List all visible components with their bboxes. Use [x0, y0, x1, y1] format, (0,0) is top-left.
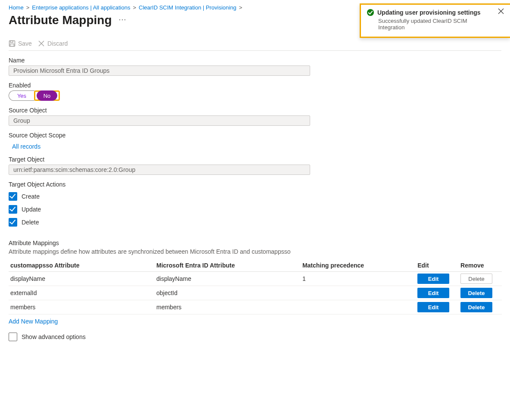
- source-scope-link[interactable]: All records: [12, 143, 40, 150]
- cell-entra: members: [155, 300, 301, 314]
- table-row: externalIdobjectIdEditDelete: [9, 286, 502, 300]
- delete-button[interactable]: Delete: [460, 288, 492, 298]
- mappings-section-title: Attribute Mappings: [9, 240, 501, 246]
- add-new-mapping-link[interactable]: Add New Mapping: [9, 318, 58, 325]
- breadcrumb-home[interactable]: Home: [9, 4, 24, 11]
- toast-subtitle: Successfully updated ClearID SCIM Integr…: [378, 18, 494, 31]
- chevron-right-icon: >: [239, 4, 243, 11]
- target-object-label: Target Object: [9, 156, 501, 163]
- cell-entra: objectId: [155, 286, 301, 300]
- create-checkbox[interactable]: [9, 192, 17, 201]
- discard-button[interactable]: Discard: [38, 40, 68, 47]
- delete-checkbox-label: Delete: [22, 219, 39, 226]
- cell-precedence: [301, 286, 416, 300]
- edit-button[interactable]: Edit: [417, 302, 449, 312]
- breadcrumb-item-apps[interactable]: Enterprise applications | All applicatio…: [32, 4, 130, 11]
- delete-button[interactable]: Delete: [460, 302, 492, 312]
- more-actions-button[interactable]: ...: [119, 13, 127, 22]
- save-label: Save: [18, 40, 32, 47]
- delete-checkbox[interactable]: [9, 218, 17, 227]
- notification-toast: Updating user provisioning settings Succ…: [360, 3, 510, 38]
- save-icon: [9, 40, 16, 47]
- show-advanced-checkbox[interactable]: [9, 333, 17, 341]
- save-button[interactable]: Save: [9, 40, 32, 47]
- target-object-input[interactable]: [9, 165, 310, 175]
- edit-button[interactable]: Edit: [417, 288, 449, 298]
- cell-precedence: 1: [301, 272, 416, 286]
- enabled-no-toggle[interactable]: No: [37, 90, 57, 101]
- delete-button: Delete: [460, 274, 492, 284]
- toolbar: Save Discard: [9, 40, 501, 51]
- name-input[interactable]: [9, 65, 310, 76]
- source-object-input[interactable]: [9, 115, 310, 126]
- cell-precedence: [301, 300, 416, 314]
- cell-customappsso: externalId: [9, 286, 155, 300]
- cell-entra: displayName: [155, 272, 301, 286]
- success-icon: [367, 9, 374, 16]
- target-actions-label: Target Object Actions: [9, 181, 501, 188]
- svg-rect-2: [10, 44, 14, 47]
- toast-close-button[interactable]: [498, 8, 504, 16]
- source-scope-label: Source Object Scope: [9, 132, 501, 139]
- svg-rect-1: [10, 41, 13, 43]
- update-checkbox[interactable]: [9, 205, 17, 214]
- discard-label: Discard: [47, 40, 68, 47]
- source-object-label: Source Object: [9, 107, 501, 114]
- edit-button[interactable]: Edit: [417, 274, 449, 284]
- table-row: membersmembersEditDelete: [9, 300, 502, 314]
- cell-customappsso: members: [9, 300, 155, 314]
- chevron-right-icon: >: [133, 4, 136, 11]
- th-entra: Microsoft Entra ID Attribute: [155, 259, 301, 272]
- create-checkbox-label: Create: [22, 193, 40, 200]
- name-label: Name: [9, 57, 501, 64]
- enabled-yes-toggle[interactable]: Yes: [9, 90, 34, 101]
- th-precedence: Matching precedence: [301, 259, 416, 272]
- th-customappsso: customappsso Attribute: [9, 259, 155, 272]
- update-checkbox-label: Update: [22, 206, 41, 213]
- breadcrumb-item-provisioning[interactable]: ClearID SCIM Integration | Provisioning: [139, 4, 236, 11]
- close-icon: [38, 40, 45, 47]
- th-edit: Edit: [416, 259, 459, 272]
- page-title: Attribute Mapping: [9, 13, 112, 27]
- mappings-table: customappsso Attribute Microsoft Entra I…: [9, 259, 502, 314]
- show-advanced-label: Show advanced options: [22, 333, 86, 340]
- chevron-right-icon: >: [26, 4, 30, 11]
- table-row: displayNamedisplayName1EditDelete: [9, 272, 502, 286]
- mappings-section-desc: Attribute mappings define how attributes…: [9, 248, 501, 255]
- enabled-label: Enabled: [9, 82, 501, 89]
- th-remove: Remove: [459, 259, 502, 272]
- toast-title: Updating user provisioning settings: [377, 9, 481, 16]
- cell-customappsso: displayName: [9, 272, 155, 286]
